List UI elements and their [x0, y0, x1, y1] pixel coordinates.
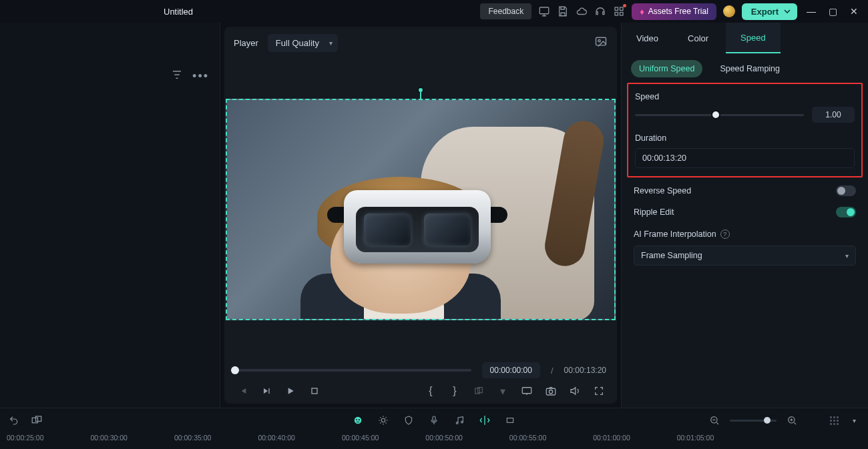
timecode-separator: /: [551, 366, 554, 376]
zoom-thumb[interactable]: [764, 417, 771, 424]
progress-slider[interactable]: [235, 369, 471, 372]
duration-input[interactable]: 00:00:13:20: [635, 148, 855, 168]
display-icon[interactable]: [538, 5, 550, 17]
feedback-button[interactable]: Feedback: [480, 3, 531, 19]
current-timecode[interactable]: 00:00:00:00: [482, 362, 540, 378]
svg-rect-1: [615, 7, 618, 11]
ripple-edit-toggle[interactable]: [836, 207, 856, 217]
ripple-edit-label: Ripple Edit: [634, 207, 674, 217]
zoom-slider[interactable]: [730, 420, 777, 422]
ruler-tick: 00:00:45:00: [342, 434, 379, 442]
ai-mode-value: Frame Sampling: [641, 251, 702, 260]
chevron-down-icon: ▾: [329, 39, 333, 47]
video-preview[interactable]: [226, 99, 616, 320]
project-title: Untitled: [164, 7, 193, 17]
media-panel: •••: [0, 23, 220, 408]
time-ruler[interactable]: 00:00:25:00 00:00:30:00 00:00:35:00 00:0…: [0, 432, 868, 447]
ruler-tick: 00:00:55:00: [509, 434, 546, 442]
prev-frame-button: [236, 385, 248, 397]
svg-rect-3: [615, 13, 618, 16]
reverse-speed-label: Reverse Speed: [634, 186, 691, 195]
close-button[interactable]: ✕: [847, 6, 861, 17]
chevron-down-icon: ▾: [845, 252, 849, 260]
progress-thumb[interactable]: [231, 366, 239, 374]
crop-ratio-button: [473, 385, 485, 397]
reverse-speed-toggle[interactable]: [836, 185, 856, 196]
export-button[interactable]: Export: [742, 3, 797, 20]
svg-point-18: [381, 418, 385, 422]
minimize-button[interactable]: —: [804, 6, 819, 17]
mark-out-button[interactable]: }: [449, 385, 461, 397]
cloud-icon[interactable]: [576, 5, 588, 17]
volume-icon[interactable]: [569, 385, 581, 397]
player-label: Player: [234, 38, 258, 48]
export-label: Export: [751, 7, 779, 17]
subtab-speed-ramping[interactable]: Speed Ramping: [712, 60, 788, 77]
speed-slider[interactable]: [635, 114, 804, 116]
ruler-tick: 00:00:50:00: [425, 434, 462, 442]
shield-icon[interactable]: [403, 414, 415, 426]
display-out-button[interactable]: [521, 385, 533, 397]
tab-speed[interactable]: Speed: [726, 23, 781, 53]
info-icon[interactable]: ?: [720, 230, 730, 239]
ruler-tick: 00:00:40:00: [258, 434, 294, 442]
overlap-icon[interactable]: [31, 414, 43, 426]
svg-point-20: [456, 422, 458, 424]
svg-rect-13: [32, 418, 37, 423]
ruler-tick: 00:00:30:00: [90, 434, 127, 442]
chevron-down-icon[interactable]: ▾: [848, 414, 860, 426]
total-timecode: 00:00:13:20: [564, 366, 606, 375]
speed-value[interactable]: 1.00: [812, 107, 855, 123]
mark-in-button[interactable]: {: [425, 385, 437, 397]
ai-tools-icon[interactable]: [352, 414, 364, 426]
step-forward-button[interactable]: [260, 385, 272, 397]
chevron-down-icon: ▾: [497, 385, 509, 397]
inspector-panel: Video Color Speed Uniform Speed Speed Ra…: [621, 23, 868, 408]
svg-rect-4: [620, 13, 624, 16]
save-icon[interactable]: [557, 5, 569, 17]
tab-color[interactable]: Color: [673, 23, 723, 53]
adjust-icon[interactable]: [377, 414, 389, 426]
headset-icon[interactable]: [594, 5, 606, 17]
camera-icon[interactable]: [545, 385, 557, 397]
svg-point-12: [549, 390, 552, 394]
gem-icon: ♦: [640, 7, 644, 17]
ai-interpolation-label: AI Frame Interpolation: [634, 230, 716, 239]
crop-icon[interactable]: [504, 414, 516, 426]
svg-rect-10: [522, 388, 531, 394]
zoom-out-icon[interactable]: [708, 414, 720, 426]
snapshot-icon[interactable]: [594, 35, 608, 51]
filter-icon[interactable]: [171, 69, 183, 83]
apps-icon[interactable]: [613, 5, 625, 17]
ai-mode-select[interactable]: Frame Sampling ▾: [634, 246, 856, 266]
svg-rect-14: [36, 416, 41, 422]
maximize-button[interactable]: ▢: [825, 6, 840, 17]
drag-handle-icon[interactable]: [830, 416, 839, 425]
quality-select[interactable]: Full Quality▾: [268, 34, 338, 52]
play-button[interactable]: [284, 385, 296, 397]
more-icon[interactable]: •••: [192, 69, 209, 83]
fullscreen-icon[interactable]: [593, 385, 605, 397]
video-canvas[interactable]: [226, 99, 616, 320]
zoom-in-icon[interactable]: [786, 414, 798, 426]
svg-point-17: [359, 419, 360, 420]
notification-dot: [623, 4, 626, 7]
svg-point-15: [355, 417, 362, 424]
assets-trial-button[interactable]: ♦Assets Free Trial: [632, 3, 716, 20]
split-icon[interactable]: [479, 414, 491, 426]
subtab-uniform-speed[interactable]: Uniform Speed: [631, 60, 702, 77]
speed-slider-thumb[interactable]: [711, 110, 720, 119]
preview-content: [227, 100, 614, 319]
timeline-panel: ▾ 00:00:25:00 00:00:30:00 00:00:35:00 00…: [0, 408, 868, 449]
profile-avatar-icon[interactable]: [723, 5, 735, 17]
undo-icon[interactable]: [8, 414, 20, 426]
stop-button[interactable]: [308, 385, 320, 397]
ruler-tick: 00:01:05:00: [677, 434, 714, 442]
speed-highlight-box: Speed 1.00 Duration 00:00:13:20: [627, 83, 863, 177]
ruler-tick: 00:00:25:00: [7, 434, 43, 442]
svg-rect-0: [539, 7, 549, 14]
tab-video[interactable]: Video: [622, 23, 673, 53]
ruler-tick: 00:01:00:00: [593, 434, 630, 442]
mic-icon[interactable]: [428, 414, 440, 426]
music-icon[interactable]: [453, 414, 465, 426]
